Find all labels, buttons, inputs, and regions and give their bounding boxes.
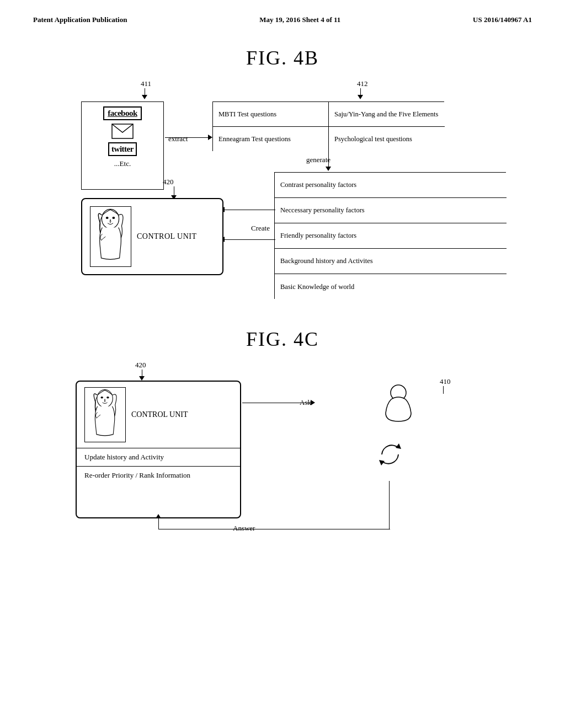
person-icon-4c (379, 383, 418, 427)
arrow-extract (165, 137, 209, 138)
reorder-label: Re-order Priority / Rank Information (84, 471, 190, 479)
create-label: Create (251, 224, 270, 233)
fig4c-section: FIG. 4C 420 (0, 328, 565, 548)
svg-point-2 (106, 217, 109, 219)
fig4c-diagram: 420 CONTR (42, 361, 523, 548)
arrow-410-down (443, 386, 444, 394)
answer-label: Answer (233, 524, 255, 533)
arrow-ask (242, 403, 312, 403)
reorder-box: Re-order Priority / Rank Information (77, 466, 240, 484)
label-420-4c: 420 (135, 361, 146, 370)
mbti-box: MBTI Test questions (213, 102, 329, 127)
vline-answer-right (389, 481, 390, 529)
test-questions-group: MBTI Test questions Saju/Yin-Yang and th… (212, 101, 444, 151)
extract-label: extract (168, 135, 188, 143)
friendly-label: Friendly personality factors (280, 232, 356, 240)
patent-header: Patent Application Publication May 19, 2… (0, 0, 565, 30)
social-media-box: facebook twitter ...Etc. (81, 101, 164, 190)
contrast-box: Contrast personality factors (275, 173, 507, 198)
control-top-row: CONTROL UNIT (77, 382, 240, 446)
mbti-label: MBTI Test questions (218, 110, 276, 119)
fig4b-title: FIG. 4B (33, 46, 532, 69)
svg-point-4 (97, 390, 113, 408)
label-411: 411 (141, 79, 151, 88)
woman-avatar-4c (84, 387, 126, 442)
fig4b-diagram: 411 facebook twitter ...Etc. extract 412 (42, 79, 523, 311)
contrast-label: Contrast personality factors (280, 181, 356, 189)
woman-avatar-4b (90, 206, 131, 267)
background-label: Background history and Activites (280, 257, 373, 265)
refresh-icon-4c (374, 438, 407, 471)
vline-generate (328, 151, 329, 168)
etc-label: ...Etc. (114, 159, 131, 168)
arrowhead-ask (311, 400, 315, 405)
label-412: 412 (357, 79, 368, 88)
arrow-create-bottom (225, 239, 275, 240)
control-unit-label-4b: CONTROL UNIT (137, 232, 197, 241)
basic-box: Basic Knowledge of world (275, 274, 507, 299)
svg-point-5 (100, 397, 103, 399)
header-middle: May 19, 2016 Sheet 4 of 11 (259, 15, 340, 24)
enneagram-label: Enneagram Test questions (218, 135, 291, 143)
svg-point-3 (112, 217, 115, 219)
necessary-label: Neccessary personality factors (280, 206, 365, 215)
arrowhead-answer (156, 514, 161, 518)
arrowhead-412 (358, 95, 363, 99)
control-unit-4c-outer: CONTROL UNIT Update history and Activity… (76, 381, 241, 518)
background-box: Background history and Activites (275, 249, 507, 274)
saju-label: Saju/Yin-Yang and the Five Elements (334, 110, 438, 119)
personality-factors-group: Contrast personality factors Neccessary … (274, 172, 506, 299)
psychological-label: Psychological test questions (334, 135, 412, 143)
control-unit-4b: CONTROL UNIT (81, 198, 223, 275)
fig4b-section: FIG. 4B 411 facebook twitter ...Etc. ext… (0, 46, 565, 311)
fig4c-title: FIG. 4C (33, 328, 532, 351)
basic-label: Basic Knowledge of world (280, 283, 354, 291)
label-410: 410 (440, 377, 451, 386)
arrowhead-extract (208, 135, 212, 140)
necessary-box: Neccessary personality factors (275, 198, 507, 223)
update-label: Update history and Activity (84, 453, 164, 461)
hline-answer (158, 529, 390, 529)
vline-answer-left (158, 518, 159, 529)
twitter-logo: twitter (108, 142, 137, 156)
arrowhead-411 (142, 95, 147, 99)
header-left: Patent Application Publication (33, 15, 127, 24)
facebook-logo: facebook (103, 106, 142, 120)
saju-box: Saju/Yin-Yang and the Five Elements (329, 102, 445, 127)
control-unit-label-4c: CONTROL UNIT (131, 410, 188, 419)
arrow-create-top (225, 210, 275, 210)
friendly-box: Friendly personality factors (275, 223, 507, 249)
generate-label: generate (306, 156, 331, 164)
psychological-box: Psychological test questions (329, 127, 445, 152)
update-history-box: Update history and Activity (77, 448, 240, 466)
header-right: US 2016/140967 A1 (473, 15, 532, 24)
arrowhead-420-4c (139, 376, 145, 381)
arrowhead-generate (326, 167, 331, 171)
svg-point-6 (106, 397, 109, 399)
svg-point-1 (102, 209, 119, 228)
enneagram-box: Enneagram Test questions (213, 127, 329, 152)
mail-icon (111, 124, 134, 139)
label-420-4b: 420 (163, 178, 174, 186)
